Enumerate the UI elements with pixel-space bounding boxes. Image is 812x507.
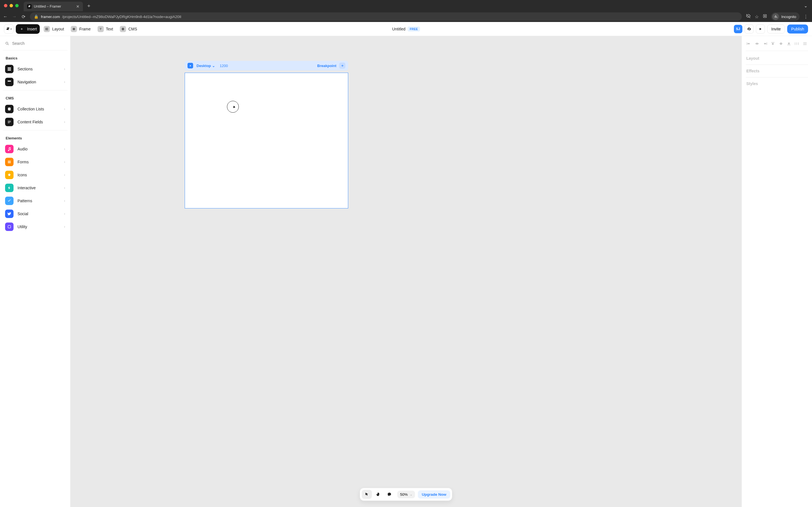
align-right-button[interactable] bbox=[762, 41, 768, 47]
preview-page-button[interactable] bbox=[188, 63, 193, 68]
cms-label: CMS bbox=[128, 27, 137, 31]
svg-rect-23 bbox=[767, 43, 767, 45]
extensions-icon[interactable] bbox=[763, 14, 767, 19]
tab-strip: Untitled – Framer ✕ ＋ ⌄ bbox=[0, 0, 812, 11]
add-breakpoint-button[interactable]: ＋ bbox=[339, 62, 345, 69]
svg-rect-24 bbox=[764, 43, 766, 45]
svg-rect-33 bbox=[799, 43, 799, 45]
search-input[interactable]: Search bbox=[0, 38, 70, 48]
close-tab-icon[interactable]: ✕ bbox=[76, 4, 80, 9]
eye-off-icon[interactable] bbox=[746, 13, 751, 20]
canvas-toolbar: 50% ⌄ Upgrade Now bbox=[360, 488, 452, 501]
settings-button[interactable] bbox=[745, 24, 754, 34]
new-tab-button[interactable]: ＋ bbox=[86, 2, 91, 9]
sidebar-item-sections[interactable]: Sections › bbox=[0, 62, 70, 75]
align-left-button[interactable] bbox=[746, 41, 752, 47]
project-title[interactable]: Untitled bbox=[392, 27, 405, 31]
cms-tool[interactable]: CMS bbox=[117, 24, 140, 34]
breakpoint-dropdown[interactable]: Desktop ⌄ bbox=[197, 64, 215, 68]
sidebar-item-label: Collection Lists bbox=[17, 107, 44, 111]
chevron-right-icon: › bbox=[64, 186, 65, 190]
svg-rect-13 bbox=[8, 121, 11, 121]
sidebar-item-icons[interactable]: Icons › bbox=[0, 168, 70, 181]
svg-rect-19 bbox=[747, 43, 748, 45]
sidebar-item-interactive[interactable]: Interactive › bbox=[0, 181, 70, 194]
minimize-window-icon[interactable] bbox=[10, 4, 13, 7]
upgrade-button[interactable]: Upgrade Now bbox=[418, 490, 450, 499]
sidebar-item-collection-lists[interactable]: Collection Lists › bbox=[0, 103, 70, 115]
search-icon bbox=[5, 41, 9, 46]
user-avatar[interactable]: SJ bbox=[734, 25, 742, 33]
align-h-center-button[interactable] bbox=[754, 41, 760, 47]
select-tool-button[interactable] bbox=[362, 490, 372, 499]
cursor-icon bbox=[364, 492, 369, 497]
bolt-icon bbox=[5, 184, 13, 192]
svg-rect-18 bbox=[8, 225, 10, 228]
panel-section-effects[interactable]: Effects bbox=[746, 65, 808, 77]
sidebar-item-label: Navigation bbox=[17, 80, 36, 84]
bookmark-star-icon[interactable]: ☆ bbox=[755, 14, 759, 19]
preview-button[interactable] bbox=[756, 24, 765, 34]
main-menu-button[interactable]: ▾ bbox=[4, 24, 13, 34]
panel-section-layout[interactable]: Layout bbox=[746, 52, 808, 65]
utility-icon bbox=[5, 223, 13, 231]
breakpoint-name: Desktop bbox=[197, 64, 211, 68]
window-controls[interactable] bbox=[4, 4, 18, 7]
section-cms-label: CMS bbox=[0, 92, 70, 103]
comment-tool-button[interactable] bbox=[384, 490, 395, 499]
sidebar-item-label: Patterns bbox=[17, 199, 32, 203]
sidebar-item-audio[interactable]: Audio › bbox=[0, 143, 70, 156]
close-window-icon[interactable] bbox=[4, 4, 7, 7]
incognito-indicator[interactable]: Incognito bbox=[771, 12, 800, 21]
sidebar-item-social[interactable]: Social › bbox=[0, 207, 70, 220]
url-input[interactable]: 🔒 framer.com/projects/Untitled--mZ98oDWa… bbox=[30, 12, 742, 21]
frame-tool[interactable]: Frame bbox=[68, 24, 93, 34]
back-button[interactable]: ← bbox=[3, 14, 8, 19]
hand-icon bbox=[376, 492, 380, 497]
browser-tab[interactable]: Untitled – Framer ✕ bbox=[24, 2, 83, 11]
toolbar-right: SJ Invite Publish bbox=[734, 24, 808, 34]
invite-button[interactable]: Invite bbox=[767, 24, 785, 34]
hand-tool-button[interactable] bbox=[373, 490, 383, 499]
svg-rect-8 bbox=[8, 68, 11, 69]
canvas[interactable]: Desktop ⌄ 1200 Breakpoint ＋ bbox=[70, 36, 742, 507]
sidebar-item-label: Icons bbox=[17, 173, 27, 177]
layout-tool[interactable]: Layout bbox=[41, 24, 67, 34]
chevron-down-icon: ▾ bbox=[10, 27, 12, 31]
svg-rect-26 bbox=[772, 43, 774, 45]
tabs-overflow-icon[interactable]: ⌄ bbox=[804, 3, 808, 8]
panel-section-styles[interactable]: Styles bbox=[746, 77, 808, 90]
zoom-dropdown[interactable]: 50% ⌄ bbox=[397, 491, 415, 498]
svg-rect-31 bbox=[795, 43, 796, 45]
insert-label: Insert bbox=[27, 27, 37, 31]
insert-tool[interactable]: Insert bbox=[16, 24, 40, 34]
align-v-center-button[interactable] bbox=[778, 41, 784, 47]
twitter-icon bbox=[5, 210, 13, 218]
sidebar-item-content-fields[interactable]: Content Fields › bbox=[0, 115, 70, 128]
sidebar-item-forms[interactable]: Forms › bbox=[0, 156, 70, 168]
framer-favicon-icon bbox=[27, 4, 32, 9]
publish-button[interactable]: Publish bbox=[787, 24, 808, 34]
text-tool[interactable]: Text bbox=[95, 24, 116, 34]
url-path: /projects/Untitled--mZ98oDWaPJyDRgKHm9n8… bbox=[62, 15, 181, 19]
svg-rect-34 bbox=[803, 43, 807, 43]
maximize-window-icon[interactable] bbox=[15, 4, 18, 7]
sidebar-item-label: Utility bbox=[17, 224, 27, 229]
url-domain: framer.com bbox=[41, 15, 60, 19]
align-bottom-button[interactable] bbox=[786, 41, 792, 47]
sidebar-item-navigation[interactable]: Navigation › bbox=[0, 75, 70, 89]
sidebar-item-utility[interactable]: Utility › bbox=[0, 220, 70, 233]
chevron-down-icon: ⌄ bbox=[410, 493, 412, 496]
distribute-v-button[interactable] bbox=[802, 41, 808, 47]
app-body: Search Basics Sections › Navigation › CM… bbox=[0, 36, 812, 507]
breakpoint-width: 1200 bbox=[220, 64, 228, 68]
sidebar-item-patterns[interactable]: Patterns › bbox=[0, 194, 70, 207]
svg-rect-11 bbox=[8, 81, 8, 81]
collection-icon bbox=[5, 105, 13, 113]
reload-button[interactable]: ⟳ bbox=[21, 14, 26, 19]
artboard-desktop[interactable] bbox=[185, 73, 348, 209]
browser-menu-icon[interactable]: ⋮ bbox=[804, 14, 808, 19]
align-top-button[interactable] bbox=[770, 41, 776, 47]
project-title-area: Untitled FREE bbox=[392, 26, 420, 32]
distribute-h-button[interactable] bbox=[794, 41, 800, 47]
